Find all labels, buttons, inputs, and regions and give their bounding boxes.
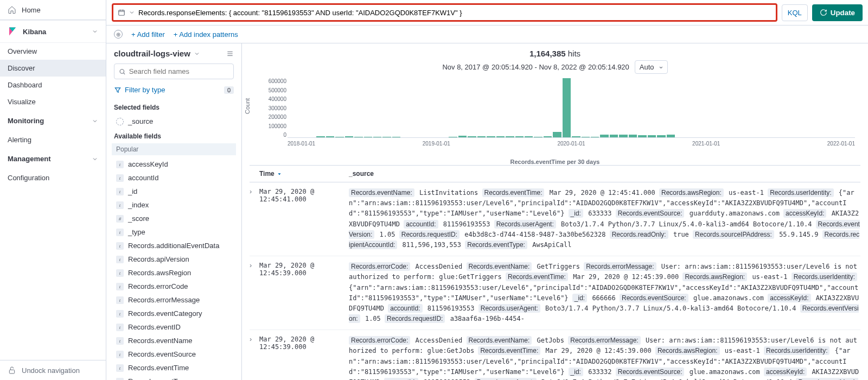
histogram-bar[interactable]	[345, 136, 353, 137]
popular-header: Popular	[112, 143, 236, 155]
histogram-bar[interactable]	[477, 136, 486, 137]
field-type-icon: #	[116, 215, 124, 223]
query-input-wrap[interactable]	[112, 3, 777, 22]
sidebar-item-dashboard[interactable]: Dashboard	[0, 77, 106, 93]
field-Records.eventSource[interactable]: tRecords.eventSource	[114, 347, 234, 361]
histogram-bar[interactable]	[648, 135, 656, 137]
nav-configuration[interactable]: Configuration	[0, 169, 106, 186]
nav-monitoring[interactable]: Monitoring	[0, 110, 106, 131]
calendar-icon[interactable]	[118, 9, 125, 16]
field-Records.apiVersion[interactable]: tRecords.apiVersion	[114, 252, 234, 266]
field-accessKeyId[interactable]: taccessKeyId	[114, 157, 234, 171]
doc-source: Records.errorCode: AccessDenied Records.…	[349, 335, 860, 380]
nav-management[interactable]: Management	[0, 148, 106, 169]
field-key: accountId:	[404, 220, 438, 229]
field-Records.eventName[interactable]: tRecords.eventName	[114, 334, 234, 347]
field-key: Records.userIdentity:	[792, 273, 857, 281]
histogram-bar[interactable]	[515, 136, 524, 137]
histogram-bar[interactable]	[572, 136, 580, 137]
field-Records.awsRegion[interactable]: tRecords.awsRegion	[114, 266, 234, 280]
nav-kibana[interactable]: Kibana	[0, 20, 106, 43]
kql-toggle[interactable]: KQL	[782, 4, 808, 21]
sidebar-item-discover[interactable]: Discover	[0, 60, 106, 77]
field-key: Records.eventType:	[465, 240, 527, 249]
histogram-bar[interactable]	[629, 135, 637, 137]
chevron-down-icon[interactable]	[129, 9, 135, 16]
histogram-bar[interactable]	[638, 135, 646, 137]
field-Records.eventCategory[interactable]: tRecords.eventCategory	[114, 307, 234, 320]
histogram-bar[interactable]	[619, 135, 627, 137]
query-input[interactable]	[138, 9, 771, 17]
field-name: Records.eventName	[128, 337, 193, 345]
histogram-bar[interactable]	[563, 78, 571, 137]
settings-icon[interactable]	[226, 50, 234, 58]
undock-nav[interactable]: Undock navigation	[0, 360, 106, 380]
field-_score[interactable]: #_score	[114, 212, 234, 225]
field-_type[interactable]: t_type	[114, 225, 234, 239]
field-_source[interactable]: _source	[114, 115, 234, 128]
histogram-bar[interactable]	[449, 137, 457, 137]
histogram-bar[interactable]	[582, 137, 590, 137]
histogram-bar[interactable]	[553, 132, 561, 137]
field-search-input[interactable]	[129, 67, 229, 75]
histogram-bar[interactable]	[544, 136, 552, 137]
histogram-bar[interactable]	[392, 137, 400, 137]
add-filter-link[interactable]: + Add filter	[131, 30, 165, 39]
doc-time: Mar 29, 2020 @ 12:45:41.000	[259, 188, 349, 250]
histogram-bar[interactable]	[468, 136, 476, 137]
update-label: Update	[831, 9, 855, 17]
field-key: Records.userIdentity:	[764, 346, 829, 355]
filter-by-type[interactable]: Filter by type 0	[114, 84, 234, 99]
expand-row-icon[interactable]: ›	[250, 335, 259, 380]
histogram-bar[interactable]	[591, 137, 599, 137]
histogram-bar[interactable]	[534, 137, 542, 137]
col-time[interactable]: Time	[259, 170, 349, 178]
histogram-bar[interactable]	[335, 137, 343, 137]
field-search[interactable]	[114, 64, 234, 79]
histogram-chart[interactable]: Count 6000005000004000003000002000001000…	[250, 78, 860, 154]
add-index-link[interactable]: + Add index patterns	[174, 30, 238, 39]
field-Records.errorCode[interactable]: tRecords.errorCode	[114, 280, 234, 293]
histogram-bar[interactable]	[667, 135, 675, 137]
col-source[interactable]: _source	[349, 170, 860, 178]
nav-alerting[interactable]: Alerting	[0, 131, 106, 148]
histogram-bar[interactable]	[316, 136, 324, 137]
update-button[interactable]: Update	[812, 4, 863, 21]
table-header: Time _source	[250, 165, 860, 182]
histogram-bar[interactable]	[458, 136, 467, 137]
histogram-bar[interactable]	[487, 136, 495, 137]
index-pattern-selector[interactable]: cloudtrail-logs-view	[114, 49, 200, 58]
search-icon	[119, 68, 126, 75]
histogram-bar[interactable]	[364, 137, 372, 137]
expand-row-icon[interactable]: ›	[250, 262, 259, 324]
field-type-icon: t	[116, 256, 124, 263]
field-_id[interactable]: t_id	[114, 185, 234, 198]
field-_index[interactable]: t_index	[114, 198, 234, 212]
histogram-bar[interactable]	[610, 135, 618, 137]
field-type-icon	[116, 118, 124, 125]
sidebar-item-visualize[interactable]: Visualize	[0, 93, 106, 110]
histogram-bar[interactable]	[382, 137, 391, 137]
field-Records.errorMessage[interactable]: tRecords.errorMessage	[114, 293, 234, 307]
histogram-bar[interactable]	[326, 136, 334, 137]
nav-home[interactable]: Home	[0, 0, 106, 20]
histogram-bar[interactable]	[506, 136, 514, 137]
field-Records.eventID[interactable]: tRecords.eventID	[114, 320, 234, 334]
histogram-bar[interactable]	[373, 137, 381, 137]
histogram-bar[interactable]	[525, 136, 533, 137]
field-Records.additionalEventData[interactable]: tRecords.additionalEventData	[114, 239, 234, 252]
histogram-bar[interactable]	[496, 136, 505, 137]
field-Records.eventType[interactable]: tRecords.eventType	[114, 375, 234, 380]
field-type-icon: t	[116, 310, 124, 318]
sidebar-item-overview[interactable]: Overview	[0, 43, 106, 60]
field-accountId[interactable]: taccountId	[114, 171, 234, 185]
expand-row-icon[interactable]: ›	[250, 188, 259, 250]
field-name: accessKeyId	[128, 160, 168, 168]
filter-menu-icon[interactable]: ⊕	[114, 30, 123, 39]
field-key: Records.eventVersion:	[349, 378, 858, 380]
field-Records.eventTime[interactable]: tRecords.eventTime	[114, 361, 234, 375]
histogram-bar[interactable]	[600, 135, 608, 137]
interval-selector[interactable]: Auto	[635, 60, 668, 74]
histogram-bar[interactable]	[354, 137, 362, 137]
histogram-bar[interactable]	[657, 135, 665, 137]
